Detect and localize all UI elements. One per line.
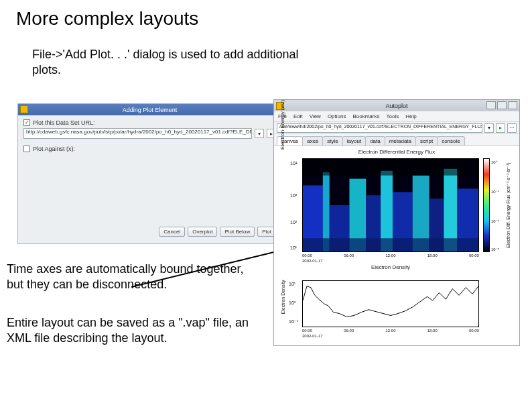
paragraph-vap-file: Entire layout can be saved as a ".vap" f… [7, 315, 255, 345]
tab-metadata[interactable]: metadata [385, 136, 416, 146]
address-input[interactable]: /var/www/hd/2002/po_h0_hyd_20020117_v01.… [277, 123, 482, 133]
ytick: 10⁰ [289, 300, 296, 306]
close-button[interactable] [508, 101, 517, 109]
autoplot-titlebar[interactable]: Autoplot [274, 100, 519, 111]
lineplot-svg [303, 281, 478, 327]
density-line-plot[interactable] [302, 280, 479, 327]
xtick: 00:00 [302, 329, 312, 333]
plot1-xsub: 2002-01-17 [302, 259, 323, 263]
url-input[interactable]: http://cdaweb.gsfc.nasa.gov/pub/istp/pol… [23, 128, 252, 139]
overplot-button[interactable]: Overplot [188, 227, 217, 237]
spectrogram-plot[interactable] [302, 158, 479, 252]
ytick: 10³ [290, 193, 297, 198]
menu-bookmarks[interactable]: Bookmarks [352, 113, 379, 119]
spectrogram-svg [303, 159, 478, 251]
menu-tools[interactable]: Tools [386, 113, 399, 119]
menu-help[interactable]: Help [405, 113, 416, 119]
cbar-tick: 10⁰ [491, 160, 497, 164]
inspect-button[interactable]: ⋯ [507, 123, 517, 133]
xtick: 12:00 [385, 329, 395, 333]
xtick: 06:00 [344, 329, 354, 333]
add-plot-dialog: Adding Plot Element ✓ Plot this Data Set… [17, 103, 282, 244]
svg-rect-16 [303, 238, 478, 251]
plot-canvas[interactable]: Electron Differential Energy Flux Electr… [274, 146, 519, 345]
plot-against-checkbox[interactable] [23, 146, 30, 152]
menu-view[interactable]: View [310, 113, 321, 119]
cancel-button[interactable]: Cancel [159, 227, 185, 237]
xtick: 00:00 [469, 329, 479, 333]
dialog-title: Adding Plot Element [123, 107, 178, 113]
dropdown-button[interactable]: ▾ [255, 129, 264, 138]
xtick: 00:00 [469, 253, 479, 258]
tab-console[interactable]: console [437, 136, 465, 146]
app-icon [20, 105, 28, 113]
xtick: 00:00 [302, 253, 312, 258]
xtick: 12:00 [385, 253, 395, 258]
plot2-xticks: 00:00 06:00 12:00 18:00 00:00 [302, 329, 479, 333]
colorbar [483, 158, 490, 252]
plot1-title: Electron Differential Energy Flux [274, 149, 519, 155]
intro-paragraph: File->'Add Plot. . .' dialog is used to … [32, 47, 300, 78]
ytick: 10⁴ [290, 161, 297, 166]
plot-against-label: Plot Against (x): [33, 146, 75, 152]
plot-against-checkbox-row: Plot Against (x): [23, 146, 276, 152]
svg-rect-17 [303, 159, 478, 176]
menu-options[interactable]: Options [328, 113, 346, 119]
plot2-xsub: 2002-01-17 [302, 334, 323, 338]
cbar-tick: 10⁻² [491, 219, 499, 223]
go-button[interactable]: ▸ [496, 123, 505, 133]
ytick: 10² [290, 220, 297, 225]
minimize-button[interactable] [486, 101, 496, 109]
xtick: 06:00 [344, 253, 354, 258]
plot-url-label: Plot this Data Set URL: [33, 119, 95, 126]
menu-bar: File Edit View Options Bookmarks Tools H… [274, 111, 519, 122]
tab-layout[interactable]: layout [342, 136, 366, 146]
plot1-ylabel: Electron Energy (eV) [279, 78, 285, 172]
plot2-ylabel: Electron Density [281, 274, 285, 321]
tab-script[interactable]: script [415, 136, 438, 146]
xtick: 18:00 [427, 329, 438, 333]
colorbar-label: Electron Diff. Energy Flux (cm⁻²·s⁻¹·sr⁻… [506, 158, 511, 252]
tab-style[interactable]: style [322, 136, 342, 146]
menu-edit[interactable]: Edit [293, 113, 303, 119]
xtick: 18:00 [427, 253, 438, 258]
plot-url-checkbox-row: ✓ Plot this Data Set URL: [23, 119, 276, 126]
ytick: 10¹ [290, 245, 297, 250]
slide-title: More complex layouts [16, 8, 198, 30]
plot-url-checkbox[interactable]: ✓ [23, 119, 30, 126]
ytick: 10¹ [289, 282, 295, 286]
address-dropdown-button[interactable]: ▾ [484, 123, 494, 133]
plot-below-button[interactable]: Plot Below [220, 227, 255, 237]
address-bar: /var/www/hd/2002/po_h0_hyd_20020117_v01.… [274, 122, 519, 134]
tab-axes[interactable]: axes [302, 136, 323, 146]
plot1-xticks: 00:00 06:00 12:00 18:00 00:00 [302, 253, 479, 258]
cbar-tick: 10⁻³ [491, 247, 499, 251]
maximize-button[interactable] [497, 101, 507, 109]
tab-data[interactable]: data [365, 136, 385, 146]
dialog-titlebar[interactable]: Adding Plot Element [18, 104, 281, 115]
autoplot-window: Autoplot File Edit View Options Bookmark… [273, 99, 520, 346]
autoplot-title: Autoplot [385, 103, 407, 109]
cbar-tick: 10⁻¹ [491, 189, 499, 194]
tab-bar: canvas axes style layout data metadata s… [274, 134, 519, 146]
ytick: 10⁻¹ [289, 319, 298, 325]
plot1-xlabel: Electron Density [302, 264, 479, 270]
